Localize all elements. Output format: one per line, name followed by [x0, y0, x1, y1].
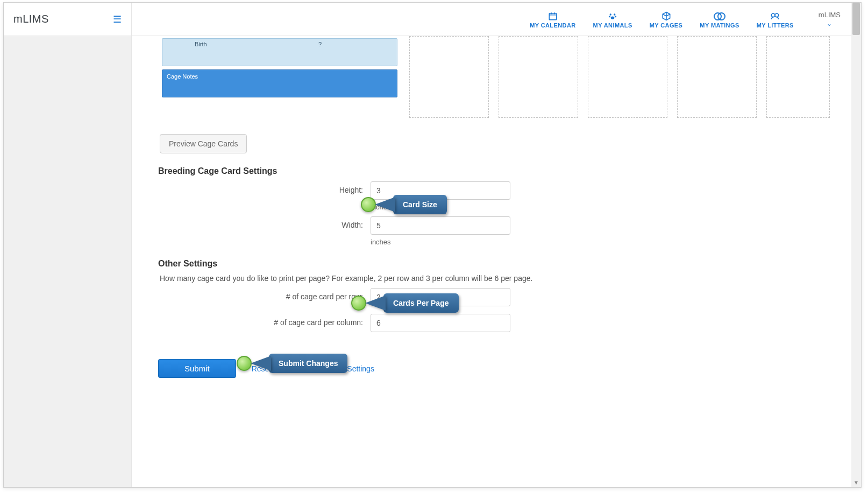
- header-left: mLIMS ☰: [4, 3, 132, 36]
- card-placeholder: [677, 36, 757, 118]
- nav-my-animals[interactable]: MY ANIMALS: [585, 10, 641, 29]
- cage-notes: Cage Notes: [162, 69, 397, 97]
- scroll-down-icon[interactable]: ▼: [851, 477, 861, 487]
- chevron-down-icon: ⌄: [827, 20, 832, 27]
- per-col-input[interactable]: [371, 314, 510, 332]
- nav-my-matings[interactable]: MY MATINGS: [691, 10, 748, 29]
- callout-label: Submit Changes: [269, 354, 347, 373]
- height-label: Height:: [132, 181, 371, 194]
- width-unit: inches: [371, 238, 510, 246]
- width-label: Width:: [132, 216, 371, 229]
- nav-label: MY CALENDAR: [530, 22, 575, 29]
- user-label: mLIMS: [819, 11, 841, 19]
- other-desc: How many cage card you do like to print …: [160, 274, 851, 283]
- callout-arrow: [375, 197, 395, 212]
- nav-my-calendar[interactable]: MY CALENDAR: [521, 10, 584, 29]
- question-mark: ?: [318, 41, 322, 47]
- card-preview-row: Birth ? Cage Notes: [132, 36, 851, 118]
- hamburger-icon[interactable]: ☰: [113, 13, 122, 25]
- per-col-row: # of cage card per column:: [132, 314, 851, 332]
- card-placeholder: [409, 36, 489, 118]
- sidebar: [4, 36, 132, 487]
- svg-point-3: [609, 16, 610, 17]
- svg-point-4: [615, 16, 616, 17]
- nav-label: MY LITTERS: [757, 22, 794, 29]
- cage-card-preview: Birth ? Cage Notes: [160, 36, 400, 118]
- callout-submit-changes: Submit Changes: [237, 354, 347, 373]
- scrollbar[interactable]: ▲ ▼: [851, 3, 861, 487]
- callout-label: Cards Per Page: [383, 293, 459, 313]
- height-row: Height: inches: [132, 181, 851, 211]
- width-input[interactable]: [371, 216, 510, 235]
- preview-cage-cards-button[interactable]: Preview Cage Cards: [160, 134, 247, 153]
- nav-my-litters[interactable]: MY LITTERS: [748, 10, 802, 29]
- other-heading: Other Settings: [158, 259, 851, 269]
- per-col-label: # of cage card per column:: [132, 314, 371, 327]
- cage-card-top: Birth ?: [162, 38, 397, 66]
- nav-my-cages[interactable]: MY CAGES: [641, 10, 692, 29]
- callout-label: Card Size: [393, 195, 447, 214]
- content: Birth ? Cage Notes Preview Cage Cards Br…: [132, 36, 851, 487]
- svg-point-5: [611, 16, 615, 19]
- birth-label: Birth: [195, 41, 207, 47]
- callout-card-size: Card Size: [361, 195, 447, 214]
- per-row-label: # of cage card per row:: [132, 288, 371, 301]
- marker-icon: [361, 197, 376, 212]
- svg-point-6: [772, 13, 775, 17]
- scroll-thumb[interactable]: [852, 3, 860, 35]
- marker-icon: [237, 356, 252, 371]
- brand-logo: mLIMS: [13, 13, 49, 25]
- svg-point-7: [775, 13, 779, 17]
- width-row: Width: inches: [132, 216, 851, 246]
- paw-icon: [608, 10, 617, 22]
- per-row-row: # of cage card per row:: [132, 288, 851, 306]
- submit-button[interactable]: Submit: [158, 359, 236, 378]
- breeding-heading: Breeding Cage Card Settings: [158, 166, 851, 176]
- mating-icon: [714, 10, 725, 22]
- callout-arrow: [365, 296, 386, 311]
- svg-rect-0: [549, 13, 557, 19]
- svg-point-1: [610, 13, 611, 15]
- card-placeholder: [588, 36, 667, 118]
- user-dropdown[interactable]: mLIMS ⌄: [802, 11, 841, 27]
- nav-label: MY CAGES: [650, 22, 683, 29]
- calendar-icon: [548, 10, 558, 22]
- card-placeholder: [766, 36, 830, 118]
- cube-icon: [661, 10, 671, 22]
- header-nav: MY CALENDAR MY ANIMALS MY CAGES MY MATIN…: [132, 3, 851, 36]
- svg-point-2: [614, 13, 615, 15]
- card-placeholder: [499, 36, 578, 118]
- callout-cards-per-page: Cards Per Page: [351, 293, 459, 313]
- nav-label: MY ANIMALS: [593, 22, 632, 29]
- marker-icon: [351, 296, 366, 311]
- cage-notes-label: Cage Notes: [167, 73, 198, 80]
- callout-arrow: [251, 356, 271, 371]
- litters-icon: [770, 10, 780, 22]
- header: mLIMS ☰ MY CALENDAR MY ANIMALS MY CAGE: [4, 3, 851, 36]
- nav-label: MY MATINGS: [700, 22, 739, 29]
